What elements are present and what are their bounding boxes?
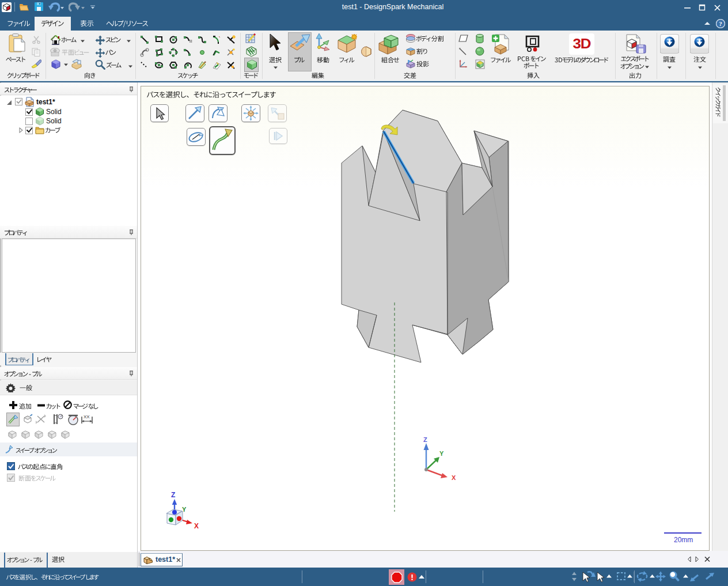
svg-text:?: ?	[719, 20, 722, 27]
svg-text:XX: XX	[84, 414, 90, 419]
svg-text:3D: 3D	[572, 35, 591, 51]
svg-text:X: X	[452, 474, 456, 481]
svg-text:Z: Z	[423, 436, 427, 443]
svg-text:X: X	[194, 522, 199, 529]
svg-text:Y: Y	[439, 450, 444, 457]
svg-text:Z: Z	[171, 491, 175, 499]
